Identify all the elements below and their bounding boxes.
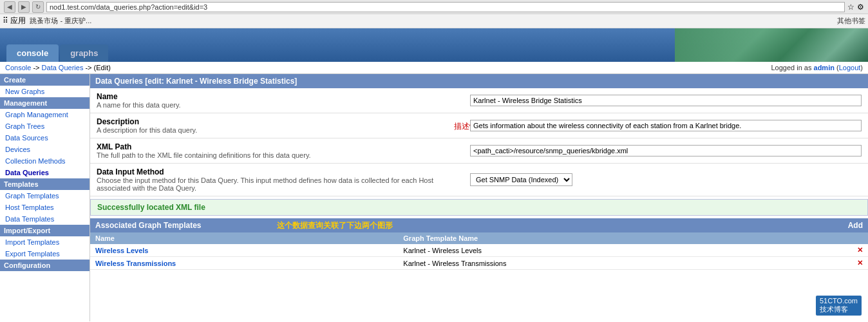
table-row: Wireless Levels Karlnet - Wireless Level… [90, 244, 868, 257]
form-table: Name A name for this data query. ← 定义的数据… [90, 88, 868, 196]
bookmark-icon[interactable]: ☆ [847, 3, 854, 12]
tab-graphs[interactable]: graphs [60, 44, 108, 62]
assoc-col-action [782, 232, 868, 244]
assoc-table-header-row: Associated Graph Templates 这个数据查询关联了下边两个… [90, 218, 868, 232]
browser-bar: ◀ ▶ ↻ ☆ ⚙ [0, 0, 868, 14]
xml-path-input[interactable] [470, 145, 862, 156]
username-link[interactable]: admin [814, 64, 835, 71]
sidebar-item-data-templates[interactable]: Data Templates [0, 213, 90, 225]
breadcrumb-sep1: -> [33, 64, 41, 71]
name-desc: A name for this data query. [97, 101, 457, 109]
login-info: Logged in as admin (Logout) [771, 64, 863, 71]
logout-link[interactable]: Logout [839, 64, 861, 71]
sidebar-section-management: Management [0, 97, 90, 109]
watermark: 51CTO.com 技术博客 [816, 296, 862, 316]
sidebar-section-import-export: Import/Export [0, 225, 90, 236]
breadcrumb-data-queries[interactable]: Data Queries [42, 64, 84, 71]
sidebar-section-templates: Templates [0, 178, 90, 190]
sidebar-item-new-graphs[interactable]: New Graphs [0, 86, 90, 97]
assoc-col-name: Name [90, 232, 398, 244]
app-header: console graphs [0, 28, 868, 62]
sidebar-item-host-templates[interactable]: Host Templates [0, 202, 90, 213]
table-row: Wireless Transmissions Karlnet - Wireles… [90, 257, 868, 270]
assoc-table-header: Associated Graph Templates 这个数据查询关联了下边两个… [90, 218, 782, 232]
xml-label: XML Path [97, 142, 457, 151]
name-input[interactable] [470, 95, 862, 106]
header-tabs: console graphs [6, 28, 108, 62]
breadcrumb-sep2: -> [85, 64, 93, 71]
name-input-cell: ← 定义的数据查询名称 [464, 88, 868, 113]
form-row-data-input: Data Input Method Choose the input metho… [90, 164, 868, 196]
wireless-transmissions-link[interactable]: Wireless Transmissions [95, 260, 176, 267]
breadcrumb-console[interactable]: Console [5, 64, 31, 71]
assoc-row-2-delete[interactable]: ✕ [782, 257, 868, 270]
desc-label: Description [97, 117, 457, 126]
other-bookmarks[interactable]: 其他书签 [837, 16, 865, 26]
assoc-col-template-name: Graph Template Name [398, 232, 782, 244]
desc-label-cell: Description A description for this data … [90, 113, 464, 138]
browser-icons: ☆ ⚙ [847, 3, 864, 12]
sidebar-item-data-sources[interactable]: Data Sources [0, 132, 90, 144]
desc-input-cell [464, 113, 868, 138]
name-label: Name [97, 92, 457, 101]
sidebar-item-graph-templates[interactable]: Graph Templates [0, 190, 90, 202]
name-label-cell: Name A name for this data query. [90, 88, 464, 113]
xml-input-cell: ← 数据查询具体调用的xml文件 [464, 138, 868, 164]
content-area: Data Queries [edit: Karlnet - Wireless B… [90, 74, 868, 321]
apps-icon[interactable]: ⠿ 应用 [3, 15, 26, 26]
wireless-levels-link[interactable]: Wireless Levels [95, 247, 148, 254]
assoc-row-1-template: Karlnet - Wireless Levels [398, 244, 782, 257]
assoc-col-header-row: Name Graph Template Name [90, 232, 868, 244]
data-input-method-select[interactable]: Get SNMP Data (Indexed) Get SNMP Data Sc… [470, 173, 572, 186]
form-row-xml-path: XML Path The full path to the XML file c… [90, 138, 868, 164]
assoc-annotation: 这个数据查询关联了下边两个图形 [270, 220, 393, 231]
desc-desc: A description for this data query. [97, 126, 457, 134]
sidebar-item-export-templates[interactable]: Export Templates [0, 248, 90, 260]
xml-desc: The full path to the XML file containing… [97, 151, 457, 159]
url-bar[interactable] [46, 2, 845, 12]
main-layout: Create New Graphs Management Graph Manag… [0, 74, 868, 321]
success-message: Successfully located XML file [90, 199, 868, 216]
dim-label-cell: Data Input Method Choose the input metho… [90, 164, 464, 196]
sidebar-item-import-templates[interactable]: Import Templates [0, 236, 90, 248]
sidebar-item-devices[interactable]: Devices [0, 144, 90, 155]
form-row-name: Name A name for this data query. ← 定义的数据… [90, 88, 868, 113]
assoc-row-1-name: Wireless Levels [90, 244, 398, 257]
content-wrapper: Data Queries [edit: Karlnet - Wireless B… [90, 74, 868, 270]
sidebar-section-configuration: Configuration [0, 260, 90, 271]
bookmark-market[interactable]: 跳蚤市场 - 重庆驴... [30, 16, 91, 26]
assoc-row-2-name: Wireless Transmissions [90, 257, 398, 270]
back-button[interactable]: ◀ [4, 1, 15, 13]
header-art [675, 28, 868, 62]
breadcrumb-bar: Console -> Data Queries -> (Edit) Logged… [0, 62, 868, 74]
breadcrumb: Console -> Data Queries -> (Edit) [5, 64, 111, 71]
xml-label-cell: XML Path The full path to the XML file c… [90, 138, 464, 164]
dim-label: Data Input Method [97, 167, 457, 176]
sidebar-item-data-queries[interactable]: Data Queries [0, 167, 90, 178]
refresh-button[interactable]: ↻ [32, 1, 44, 13]
form-row-description: Description A description for this data … [90, 113, 868, 138]
assoc-row-1-delete[interactable]: ✕ [782, 244, 868, 257]
description-input[interactable] [470, 120, 862, 131]
panel-header: Data Queries [edit: Karlnet - Wireless B… [90, 74, 868, 88]
sidebar-item-collection-methods[interactable]: Collection Methods [0, 155, 90, 167]
associated-graph-templates-table: Associated Graph Templates 这个数据查询关联了下边两个… [90, 218, 868, 270]
dim-input-cell: Get SNMP Data (Indexed) Get SNMP Data Sc… [464, 164, 868, 196]
settings-icon[interactable]: ⚙ [857, 3, 864, 12]
tab-console[interactable]: console [6, 44, 59, 62]
dim-desc: Choose the input method for this Data Qu… [97, 176, 457, 192]
sidebar-section-create: Create [0, 74, 90, 86]
assoc-add-btn[interactable]: Add [782, 218, 868, 232]
breadcrumb-edit: (Edit) [94, 64, 111, 71]
sidebar-item-graph-trees[interactable]: Graph Trees [0, 120, 90, 132]
sidebar: Create New Graphs Management Graph Manag… [0, 74, 90, 321]
sidebar-item-graph-management[interactable]: Graph Management [0, 109, 90, 120]
bookmarks-bar: ⠿ 应用 跳蚤市场 - 重庆驴... 其他书签 [0, 14, 868, 28]
forward-button[interactable]: ▶ [18, 1, 30, 13]
assoc-row-2-template: Karlnet - Wireless Transmissions [398, 257, 782, 270]
